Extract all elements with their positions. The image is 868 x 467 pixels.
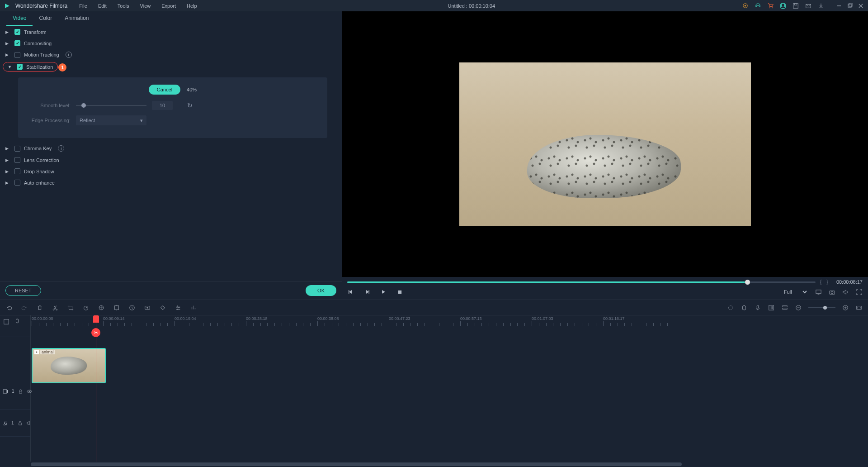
zoom-in-icon[interactable] [842, 304, 849, 311]
checkbox-compositing[interactable] [14, 40, 20, 46]
split-icon[interactable] [52, 304, 59, 311]
slider-thumb[interactable] [81, 103, 86, 108]
checkbox-chroma-key[interactable] [14, 146, 20, 152]
step-forward-button[interactable] [363, 288, 371, 295]
audio-mixer-icon[interactable] [190, 304, 197, 311]
checkbox-motion-tracking[interactable] [14, 52, 20, 58]
prop-compositing[interactable]: ▶ Compositing [0, 38, 342, 49]
prop-drop-shadow[interactable]: ▶ Drop Shadow [0, 166, 342, 177]
preview-scrubber[interactable] [347, 281, 816, 283]
color-icon[interactable] [98, 304, 105, 311]
playhead[interactable]: ✂ [96, 315, 96, 462]
maximize-button[interactable] [846, 2, 854, 10]
preview-viewport[interactable] [342, 11, 868, 277]
record-icon[interactable] [144, 304, 151, 311]
redo-icon[interactable] [21, 304, 28, 311]
checkbox-auto-enhance[interactable] [14, 180, 20, 186]
step-back-button[interactable] [347, 288, 354, 295]
lock-icon[interactable] [18, 419, 23, 427]
edge-processing-dropdown[interactable]: Reflect ▾ [76, 115, 146, 125]
close-button[interactable] [857, 2, 864, 10]
stop-button[interactable] [396, 288, 403, 295]
prop-stabilization[interactable]: ▼ Stabilization 1 [3, 62, 58, 71]
menu-file[interactable]: File [75, 1, 92, 10]
checkbox-lens-correction[interactable] [14, 157, 20, 163]
scrollbar-thumb[interactable] [31, 462, 682, 466]
lock-icon[interactable] [18, 388, 23, 395]
mark-in-icon[interactable]: { [820, 279, 822, 285]
cart-icon[interactable] [767, 2, 774, 10]
timeline-ruler[interactable]: 00:00:00:0000:00:09:1400:00:19:0400:00:2… [31, 315, 868, 326]
tab-color[interactable]: Color [33, 11, 58, 26]
headset-icon[interactable] [754, 2, 761, 10]
video-track[interactable]: animal [31, 348, 868, 384]
expand-arrow-icon[interactable]: ▶ [5, 158, 11, 162]
crop-icon[interactable] [67, 304, 74, 311]
zoom-fit-icon[interactable] [855, 304, 863, 311]
snap-icon[interactable] [14, 318, 21, 325]
expand-arrow-icon[interactable]: ▶ [5, 41, 11, 46]
collapse-arrow-icon[interactable]: ▼ [8, 65, 13, 69]
menu-edit[interactable]: Edit [94, 1, 111, 10]
delete-icon[interactable] [36, 304, 43, 311]
playhead-handle[interactable] [93, 315, 99, 323]
zoom-slider[interactable] [808, 307, 835, 308]
minimize-button[interactable] [835, 2, 843, 10]
menu-view[interactable]: View [136, 1, 156, 10]
expand-arrow-icon[interactable]: ▶ [5, 30, 11, 34]
checkbox-drop-shadow[interactable] [14, 168, 20, 174]
prop-transform[interactable]: ▶ Transform [0, 26, 342, 38]
mixer-icon[interactable] [768, 304, 775, 311]
scrubber-thumb[interactable] [745, 280, 750, 285]
undo-icon[interactable] [5, 304, 13, 311]
video-clip[interactable]: animal [32, 348, 106, 383]
prop-motion-tracking[interactable]: ▶ Motion Tracking i [0, 49, 342, 61]
reset-icon[interactable]: ↻ [187, 102, 193, 109]
menu-export[interactable]: Export [157, 1, 180, 10]
account-icon[interactable] [779, 2, 787, 10]
display-icon[interactable] [815, 288, 822, 295]
volume-icon[interactable] [842, 288, 849, 295]
play-button[interactable] [380, 288, 387, 295]
voiceover-icon[interactable] [754, 304, 761, 311]
smooth-level-slider[interactable] [76, 105, 146, 106]
cancel-button[interactable]: Cancel [149, 85, 180, 95]
marker-icon[interactable] [741, 304, 748, 311]
manage-tracks-icon[interactable] [781, 304, 788, 311]
expand-arrow-icon[interactable]: ▶ [5, 52, 11, 57]
timeline-scrollbar[interactable] [0, 462, 868, 467]
smooth-level-value[interactable] [152, 101, 173, 110]
tab-video[interactable]: Video [6, 11, 33, 26]
fullscreen-icon[interactable] [855, 288, 863, 295]
audio-track[interactable] [31, 384, 868, 411]
prop-lens-correction[interactable]: ▶ Lens Correction [0, 154, 342, 166]
checkbox-stabilization[interactable] [17, 64, 23, 70]
zoom-slider-thumb[interactable] [823, 306, 827, 310]
render-icon[interactable] [727, 304, 734, 311]
expand-arrow-icon[interactable]: ▶ [5, 169, 11, 174]
checkbox-transform[interactable] [14, 29, 20, 35]
menu-tools[interactable]: Tools [113, 1, 134, 10]
help-icon[interactable]: i [66, 52, 72, 58]
clock-icon[interactable] [128, 304, 136, 311]
reset-button[interactable]: RESET [5, 285, 41, 296]
adjust-icon[interactable] [175, 304, 182, 311]
expand-arrow-icon[interactable]: ▶ [5, 181, 11, 185]
mark-out-icon[interactable]: } [826, 279, 828, 285]
greenscreen-icon[interactable] [113, 304, 120, 311]
upgrade-icon[interactable] [741, 2, 749, 10]
prop-chroma-key[interactable]: ▶ Chroma Key i [0, 143, 342, 154]
snapshot-icon[interactable] [828, 288, 835, 295]
preview-zoom-select[interactable]: Full [779, 288, 808, 296]
download-icon[interactable] [817, 2, 825, 10]
zoom-out-icon[interactable] [795, 304, 802, 311]
mail-icon[interactable] [805, 2, 812, 10]
expand-arrow-icon[interactable]: ▶ [5, 146, 11, 151]
playhead-cut-icon[interactable]: ✂ [91, 328, 100, 337]
track-menu-icon[interactable] [3, 318, 10, 325]
ok-button[interactable]: OK [306, 285, 336, 296]
prop-auto-enhance[interactable]: ▶ Auto enhance [0, 177, 342, 188]
speed-icon[interactable] [82, 304, 90, 311]
save-icon[interactable] [792, 2, 799, 10]
menu-help[interactable]: Help [182, 1, 202, 10]
